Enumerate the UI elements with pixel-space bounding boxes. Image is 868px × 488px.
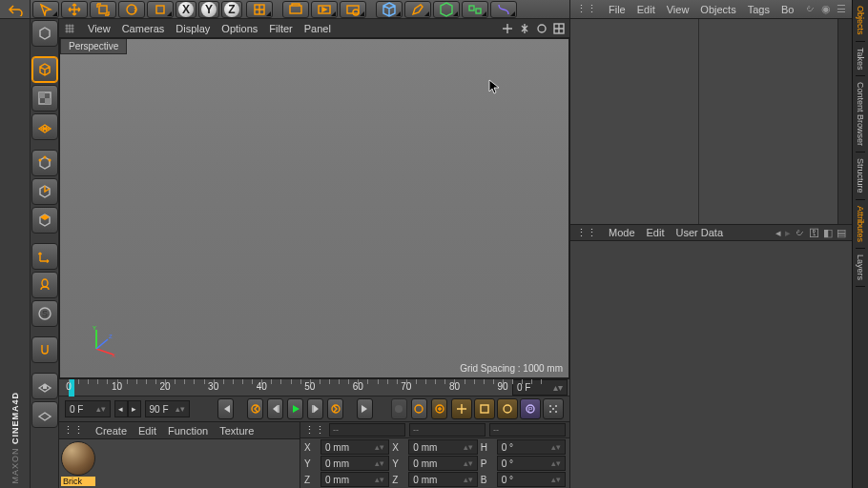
texture-mode-button[interactable]	[31, 85, 58, 112]
side-tab-layers[interactable]: Layers	[856, 249, 865, 287]
side-tab-content-browser[interactable]: Content Browser	[856, 76, 865, 152]
recent-tool-button[interactable]	[147, 1, 174, 18]
goto-end-button[interactable]	[357, 398, 373, 419]
snap-s-button[interactable]: S	[31, 300, 58, 327]
axis-mode-button[interactable]	[31, 243, 58, 270]
coord-field[interactable]: 0 mm▴▾	[320, 472, 389, 487]
attr-nav-back-icon[interactable]: ◂	[775, 227, 781, 239]
keyselection-button[interactable]	[431, 398, 447, 419]
end-frame-field[interactable]: 90 F▴▾	[145, 400, 191, 417]
key-rot-button[interactable]	[497, 398, 518, 419]
attr-menu-mode[interactable]: Mode	[609, 227, 635, 238]
objects-scrollbar[interactable]	[837, 19, 852, 224]
side-tab-attributes[interactable]: Attributes	[856, 200, 865, 249]
coord-field[interactable]: 0 °▴▾	[497, 456, 566, 471]
viewport-menu-filter[interactable]: Filter	[269, 23, 292, 34]
add-pen-button[interactable]	[404, 1, 431, 18]
viewport-handle-icon[interactable]	[63, 22, 76, 35]
viewport-3d[interactable]: Perspective Y X Z Grid Spacing : 1000 mm	[59, 38, 569, 378]
objects-menu-objects[interactable]: Objects	[700, 4, 735, 15]
viewport-menu-panel[interactable]: Panel	[304, 23, 331, 34]
viewport-move-icon[interactable]	[501, 22, 514, 35]
points-mode-button[interactable]	[31, 150, 58, 176]
attr-menu-edit[interactable]: Edit	[647, 227, 665, 238]
add-cube-button[interactable]	[376, 1, 403, 18]
material-item-brick[interactable]: Brick	[61, 441, 95, 486]
key-pla-button[interactable]	[543, 398, 564, 419]
material-handle-icon[interactable]: ⋮⋮	[63, 424, 84, 437]
viewport-zoom-icon[interactable]	[518, 22, 531, 35]
objects-eye-icon[interactable]: ◉	[821, 3, 831, 15]
rotate-tool-button[interactable]	[118, 1, 145, 18]
material-menu-create[interactable]: Create	[95, 425, 127, 437]
key-scale-button[interactable]	[474, 398, 495, 419]
objects-handle-icon[interactable]: ⋮⋮	[576, 3, 597, 15]
play-button[interactable]	[287, 398, 303, 419]
prev-frame-button[interactable]	[267, 398, 283, 419]
timeline-ruler[interactable]: 0 F▴▾ 0102030405060708090	[59, 379, 569, 396]
add-deformer-button[interactable]	[490, 1, 517, 18]
goto-start-button[interactable]	[217, 398, 234, 419]
render-settings-button[interactable]	[340, 1, 366, 18]
key-pos-button[interactable]	[451, 398, 472, 419]
planar-workplane-button[interactable]	[31, 401, 58, 428]
attr-lock-icon[interactable]: ⚿	[809, 227, 819, 238]
axis-y-toggle[interactable]: Y	[198, 1, 219, 18]
make-editable-button[interactable]	[31, 20, 58, 47]
coord-field[interactable]: 0 mm▴▾	[408, 439, 477, 455]
attr-nav-fwd-icon[interactable]: ▸	[785, 227, 791, 239]
viewport-rotate-icon[interactable]	[535, 22, 548, 35]
coord-field[interactable]: 0 °▴▾	[497, 472, 566, 487]
objects-menu-edit[interactable]: Edit	[637, 4, 655, 15]
objects-menu-bookmarks[interactable]: Bookmarks	[781, 4, 794, 15]
coord-system-button[interactable]	[246, 1, 273, 18]
material-menu-edit[interactable]: Edit	[138, 425, 156, 437]
timeline-end-field[interactable]: 0 F▴▾	[512, 379, 568, 396]
attributes-body[interactable]	[570, 241, 852, 488]
side-tab-structure[interactable]: Structure	[856, 152, 865, 200]
render-pv-button[interactable]	[311, 1, 338, 18]
viewport-menu-view[interactable]: View	[88, 23, 111, 34]
viewport-menu-cameras[interactable]: Cameras	[122, 23, 165, 34]
scale-tool-button[interactable]	[90, 1, 116, 18]
key-param-button[interactable]: P	[520, 398, 541, 419]
viewport-menu-options[interactable]: Options	[221, 23, 258, 34]
attr-menu-icon[interactable]: ▤	[837, 227, 846, 239]
side-tab-takes[interactable]: Takes	[856, 42, 865, 77]
render-view-button[interactable]	[282, 1, 309, 18]
record-button[interactable]	[391, 398, 407, 419]
prev-key-button[interactable]	[247, 398, 263, 419]
viewport-toggle-icon[interactable]	[552, 22, 566, 35]
objects-filter-icon[interactable]: ☰	[837, 3, 846, 15]
side-tab-objects[interactable]: Objects	[856, 0, 865, 42]
attr-search-icon[interactable]: ౿	[795, 227, 805, 238]
next-frame-button[interactable]	[307, 398, 323, 419]
add-generator-button[interactable]	[462, 1, 488, 18]
range-nav[interactable]: ◂▸	[114, 400, 141, 417]
objects-menu-tags[interactable]: Tags	[748, 4, 770, 15]
coord-dd-rot[interactable]: --	[489, 423, 566, 437]
move-tool-button[interactable]	[61, 1, 88, 18]
edges-mode-button[interactable]	[31, 178, 58, 205]
add-nurbs-button[interactable]	[433, 1, 460, 18]
objects-menu-view[interactable]: View	[667, 4, 690, 15]
polys-mode-button[interactable]	[31, 207, 58, 234]
coord-dd-size[interactable]: --	[409, 423, 486, 437]
coord-field[interactable]: 0 mm▴▾	[408, 456, 477, 471]
locked-workplane-button[interactable]	[31, 373, 58, 399]
viewport-solo-button[interactable]	[31, 272, 58, 298]
select-tool-button[interactable]	[32, 1, 59, 18]
coord-field[interactable]: 0 °▴▾	[497, 439, 566, 455]
coord-handle-icon[interactable]: ⋮⋮	[304, 424, 325, 437]
objects-search-icon[interactable]: ౿	[805, 3, 816, 15]
objects-menu-file[interactable]: File	[609, 4, 626, 15]
axis-z-toggle[interactable]: Z	[221, 1, 242, 18]
attr-menu-userdata[interactable]: User Data	[676, 227, 724, 238]
start-frame-field[interactable]: 0 F▴▾	[65, 400, 111, 417]
coord-field[interactable]: 0 mm▴▾	[320, 456, 389, 471]
undo-button[interactable]	[0, 0, 30, 19]
next-key-button[interactable]	[327, 398, 343, 419]
attr-new-icon[interactable]: ◧	[823, 227, 833, 239]
coord-field[interactable]: 0 mm▴▾	[408, 472, 477, 487]
axis-x-toggle[interactable]: X	[176, 1, 196, 18]
